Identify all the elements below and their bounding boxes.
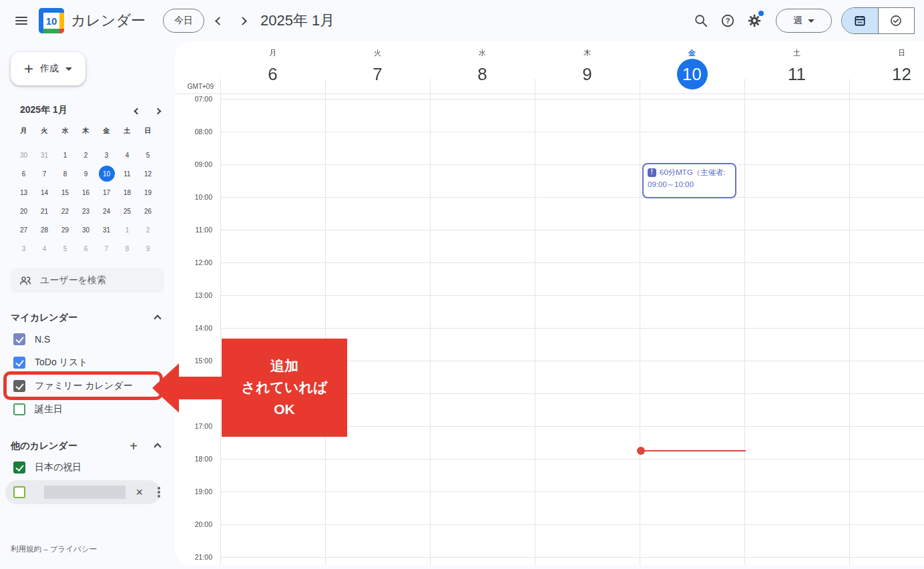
mini-calendar-day[interactable]: 31 (34, 146, 55, 164)
main-menu-button[interactable] (8, 7, 35, 34)
day-header[interactable]: 日 12 (849, 41, 924, 93)
close-icon[interactable]: × (136, 486, 144, 498)
mini-calendar-day[interactable]: 4 (117, 146, 138, 164)
day-number[interactable]: 8 (467, 59, 498, 89)
calendar-list-item[interactable]: N.S (0, 327, 175, 351)
mini-calendar-day[interactable]: 9 (138, 239, 158, 258)
calendar-list-item[interactable]: 誕生日 (0, 397, 175, 421)
day-number[interactable]: 12 (887, 59, 917, 89)
mini-calendar-day[interactable]: 5 (55, 239, 75, 258)
mini-calendar-day[interactable]: 18 (117, 183, 138, 202)
mini-calendar-prev-button[interactable] (135, 104, 140, 116)
calendar-checkbox[interactable] (13, 333, 25, 345)
calendar-list-item[interactable]: ToDo リスト (0, 351, 175, 374)
day-header[interactable]: 金 10 (640, 41, 744, 93)
calendar-list-item[interactable]: × (5, 480, 160, 504)
add-other-calendars-button[interactable]: + (130, 439, 138, 453)
mini-calendar-next-button[interactable] (156, 104, 160, 116)
mini-calendar-day[interactable]: 26 (138, 202, 158, 220)
tasks-view-toggle[interactable] (879, 8, 915, 33)
mini-calendar-day[interactable]: 29 (55, 220, 75, 239)
mini-calendar-day[interactable]: 19 (138, 183, 158, 202)
other-calendars-collapse-button[interactable] (155, 440, 160, 452)
mini-calendar-day[interactable]: 1 (55, 146, 75, 164)
day-header[interactable]: 土 11 (744, 41, 849, 93)
mini-calendar-day[interactable]: 7 (96, 239, 117, 258)
mini-calendar-day[interactable]: 6 (13, 164, 34, 183)
mini-calendar-day[interactable]: 14 (34, 183, 55, 202)
calendar-checkbox[interactable] (13, 380, 25, 392)
hour-row[interactable]: 19:00 (220, 492, 924, 524)
day-header[interactable]: 水 8 (430, 41, 535, 93)
mini-calendar-day[interactable]: 27 (13, 220, 34, 239)
hour-row[interactable]: 11:00 (220, 230, 924, 262)
calendar-list-item[interactable]: ファミリー カレンダー (0, 374, 175, 397)
day-number[interactable]: 6 (258, 59, 288, 89)
mini-calendar-day[interactable]: 23 (75, 202, 96, 220)
mini-calendar-day[interactable]: 10 (96, 164, 117, 183)
mini-calendar-day[interactable]: 28 (34, 220, 55, 239)
mini-calendar-day[interactable]: 22 (55, 202, 75, 220)
mini-calendar-day[interactable]: 11 (117, 164, 138, 183)
week-grid[interactable]: 07:00 08:00 09:00 10:00 11:00 (175, 93, 924, 565)
search-button[interactable] (688, 7, 714, 34)
mini-calendar-day[interactable]: 30 (75, 220, 96, 239)
prev-week-button[interactable] (216, 15, 222, 27)
mini-calendar-day[interactable]: 24 (96, 202, 117, 220)
mini-calendar-day[interactable]: 6 (75, 239, 96, 258)
calendar-checkbox[interactable] (13, 403, 25, 415)
today-button[interactable]: 今日 (163, 9, 204, 33)
view-selector-dropdown[interactable]: 週 (776, 9, 832, 33)
create-button[interactable]: + 作成 (11, 52, 85, 85)
calendar-checkbox[interactable] (13, 486, 25, 498)
mini-calendar-day[interactable]: 2 (75, 146, 96, 164)
day-number[interactable]: 11 (782, 59, 813, 89)
day-number[interactable]: 10 (677, 59, 708, 89)
mini-calendar-day[interactable]: 17 (96, 183, 117, 202)
mini-calendar-day[interactable]: 8 (55, 164, 75, 183)
day-number[interactable]: 7 (363, 59, 393, 89)
mini-calendar-day[interactable]: 25 (117, 202, 138, 220)
mini-calendar-day[interactable]: 31 (96, 220, 117, 239)
mini-calendar-day[interactable]: 4 (34, 239, 55, 258)
mini-calendar-day[interactable]: 8 (117, 239, 138, 258)
terms-link[interactable]: 利用規約 (11, 545, 41, 553)
mini-calendar-day[interactable]: 30 (13, 146, 34, 164)
mini-calendar-day[interactable]: 13 (13, 183, 34, 202)
mini-calendar-day[interactable]: 3 (96, 146, 117, 164)
mini-calendar-day[interactable]: 12 (138, 164, 158, 183)
calendar-view-toggle[interactable] (842, 8, 879, 33)
hour-row[interactable]: 20:00 (220, 524, 924, 557)
search-users-field[interactable]: ユーザーを検索 (11, 268, 164, 293)
event-chip[interactable]: ! 60分MTG（主催者: 09:00～10:00 (642, 163, 736, 198)
calendar-checkbox[interactable] (13, 461, 25, 473)
mini-calendar-day[interactable]: 1 (117, 220, 138, 239)
hour-row[interactable]: 08:00 (220, 132, 924, 164)
hour-row[interactable]: 13:00 (220, 295, 924, 328)
mini-calendar-day[interactable]: 3 (13, 239, 34, 258)
privacy-link[interactable]: プライバシー (50, 545, 97, 553)
hour-row[interactable]: 09:00 (220, 164, 924, 197)
hour-row[interactable]: 18:00 (220, 459, 924, 492)
my-calendars-collapse-button[interactable] (155, 312, 160, 324)
hour-row[interactable]: 12:00 (220, 262, 924, 295)
day-header[interactable]: 月 6 (220, 41, 325, 93)
calendar-list-item[interactable]: 日本の祝日 × (0, 455, 175, 479)
help-button[interactable]: ? (714, 7, 741, 34)
mini-calendar-day[interactable]: 5 (138, 146, 158, 164)
day-header[interactable]: 木 9 (535, 41, 640, 93)
next-week-button[interactable] (240, 15, 246, 27)
hour-row[interactable]: 07:00 (220, 99, 924, 132)
mini-calendar-day[interactable]: 15 (55, 183, 75, 202)
more-options-icon[interactable] (158, 491, 160, 494)
mini-calendar-day[interactable]: 9 (75, 164, 96, 183)
mini-calendar-day[interactable]: 21 (34, 202, 55, 220)
mini-calendar-day[interactable]: 2 (138, 220, 158, 239)
settings-button[interactable] (741, 7, 768, 34)
hour-row[interactable]: 10:00 (220, 197, 924, 230)
day-number[interactable]: 9 (572, 59, 603, 89)
calendar-checkbox[interactable] (13, 357, 25, 369)
hour-row[interactable]: 21:00 (220, 557, 924, 565)
mini-calendar-day[interactable]: 7 (34, 164, 55, 183)
mini-calendar-day[interactable]: 20 (13, 202, 34, 220)
